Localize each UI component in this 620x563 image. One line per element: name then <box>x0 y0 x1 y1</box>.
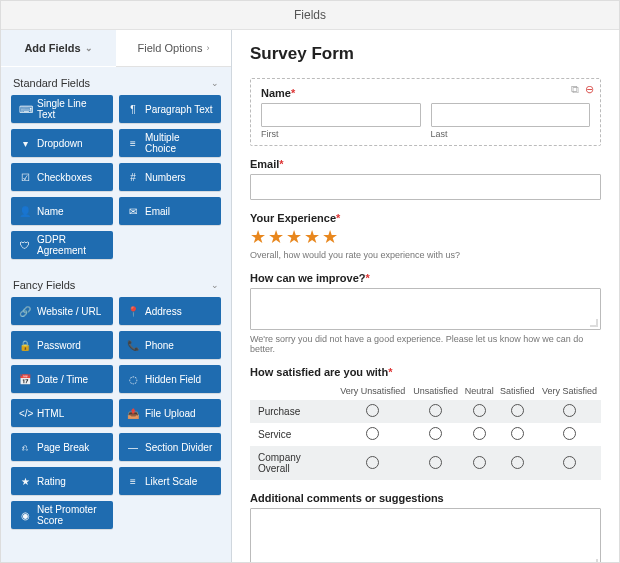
section-fancy-head[interactable]: Fancy Fields ⌄ <box>1 269 231 297</box>
likert-cell[interactable] <box>462 423 497 446</box>
radio-icon[interactable] <box>366 456 379 469</box>
field-label: Name <box>261 87 291 99</box>
field-hint: Overall, how would you rate you experien… <box>250 250 601 260</box>
radio-icon[interactable] <box>366 427 379 440</box>
field-type-button[interactable]: 📤File Upload <box>119 399 221 427</box>
field-type-button[interactable]: ≡Likert Scale <box>119 467 221 495</box>
likert-cell[interactable] <box>410 446 462 480</box>
likert-cell[interactable] <box>410 400 462 423</box>
field-type-label: Likert Scale <box>145 476 197 487</box>
field-type-button[interactable]: ★Rating <box>11 467 113 495</box>
field-email[interactable]: Email* <box>250 158 601 200</box>
duplicate-icon[interactable]: ⧉ <box>571 83 579 96</box>
radio-icon[interactable] <box>511 427 524 440</box>
chevron-down-icon: ⌄ <box>211 280 219 290</box>
first-name-input[interactable] <box>261 103 421 127</box>
star-icon[interactable]: ★ <box>322 228 338 246</box>
section-title: Standard Fields <box>13 77 90 89</box>
field-type-button[interactable]: </>HTML <box>11 399 113 427</box>
radio-icon[interactable] <box>429 404 442 417</box>
star-icon[interactable]: ★ <box>304 228 320 246</box>
radio-icon[interactable] <box>563 404 576 417</box>
likert-cell[interactable] <box>538 423 601 446</box>
radio-icon[interactable] <box>429 456 442 469</box>
fancy-fields-grid: 🔗Website / URL📍Address🔒Password📞Phone📅Da… <box>1 297 231 539</box>
radio-icon[interactable] <box>366 404 379 417</box>
field-type-button[interactable]: ◌Hidden Field <box>119 365 221 393</box>
rating-stars[interactable]: ★★★★★ <box>250 228 601 246</box>
likert-col-header: Very Unsatisfied <box>336 382 410 400</box>
field-type-button[interactable]: ▾Dropdown <box>11 129 113 157</box>
comments-textarea[interactable] <box>250 508 601 562</box>
likert-cell[interactable] <box>336 446 410 480</box>
likert-cell[interactable] <box>497 423 538 446</box>
field-type-button[interactable]: 🛡GDPR Agreement <box>11 231 113 259</box>
star-icon[interactable]: ★ <box>286 228 302 246</box>
likert-cell[interactable] <box>462 400 497 423</box>
field-type-label: Multiple Choice <box>145 132 213 154</box>
field-type-button[interactable]: ◉Net Promoter Score <box>11 501 113 529</box>
field-type-icon: ▾ <box>19 138 31 149</box>
likert-cell[interactable] <box>538 446 601 480</box>
star-icon[interactable]: ★ <box>268 228 284 246</box>
likert-cell[interactable] <box>336 400 410 423</box>
field-comments[interactable]: Additional comments or suggestions <box>250 492 601 562</box>
field-type-icon: ≡ <box>127 476 139 487</box>
field-type-button[interactable]: ⎌Page Break <box>11 433 113 461</box>
field-type-button[interactable]: ⌨Single Line Text <box>11 95 113 123</box>
field-type-icon: ⌨ <box>19 104 31 115</box>
star-icon[interactable]: ★ <box>250 228 266 246</box>
likert-cell[interactable] <box>462 446 497 480</box>
improve-textarea[interactable] <box>250 288 601 330</box>
radio-icon[interactable] <box>429 427 442 440</box>
radio-icon[interactable] <box>511 404 524 417</box>
tab-field-options[interactable]: Field Options › <box>116 30 231 67</box>
radio-icon[interactable] <box>473 427 486 440</box>
field-type-button[interactable]: 👤Name <box>11 197 113 225</box>
delete-icon[interactable]: ⊖ <box>585 83 594 96</box>
field-type-button[interactable]: ≡Multiple Choice <box>119 129 221 157</box>
radio-icon[interactable] <box>473 456 486 469</box>
likert-cell[interactable] <box>497 400 538 423</box>
likert-cell[interactable] <box>410 423 462 446</box>
field-type-label: Phone <box>145 340 174 351</box>
field-type-icon: 🛡 <box>19 240 31 251</box>
field-type-label: Website / URL <box>37 306 101 317</box>
field-type-button[interactable]: #Numbers <box>119 163 221 191</box>
field-type-button[interactable]: ✉Email <box>119 197 221 225</box>
chevron-down-icon: ⌄ <box>85 43 93 53</box>
field-type-button[interactable]: —Section Divider <box>119 433 221 461</box>
field-type-button[interactable]: 📞Phone <box>119 331 221 359</box>
field-type-button[interactable]: ¶Paragraph Text <box>119 95 221 123</box>
email-input[interactable] <box>250 174 601 200</box>
likert-cell[interactable] <box>336 423 410 446</box>
section-standard-head[interactable]: Standard Fields ⌄ <box>1 67 231 95</box>
field-type-button[interactable]: 🔒Password <box>11 331 113 359</box>
last-name-input[interactable] <box>431 103 591 127</box>
app-body: Add Fields ⌄ Field Options › Standard Fi… <box>1 30 619 562</box>
likert-cell[interactable] <box>497 446 538 480</box>
field-type-icon: 📅 <box>19 374 31 385</box>
field-name[interactable]: ⧉ ⊖ Name* First Last <box>250 78 601 146</box>
field-likert[interactable]: How satisfied are you with* Very Unsatis… <box>250 366 601 480</box>
tab-add-fields[interactable]: Add Fields ⌄ <box>1 30 116 66</box>
likert-cell[interactable] <box>538 400 601 423</box>
field-type-icon: ≡ <box>127 138 139 149</box>
radio-icon[interactable] <box>511 456 524 469</box>
field-improve[interactable]: How can we improve?* We're sorry you did… <box>250 272 601 354</box>
radio-icon[interactable] <box>473 404 486 417</box>
field-type-icon: ◉ <box>19 510 31 521</box>
field-type-icon: ✉ <box>127 206 139 217</box>
field-type-button[interactable]: ☑Checkboxes <box>11 163 113 191</box>
field-type-button[interactable]: 📍Address <box>119 297 221 325</box>
field-type-label: Address <box>145 306 182 317</box>
field-type-button[interactable]: 🔗Website / URL <box>11 297 113 325</box>
field-type-label: Net Promoter Score <box>37 504 105 526</box>
likert-col-header: Neutral <box>462 382 497 400</box>
field-type-button[interactable]: 📅Date / Time <box>11 365 113 393</box>
field-type-label: Paragraph Text <box>145 104 213 115</box>
radio-icon[interactable] <box>563 427 576 440</box>
radio-icon[interactable] <box>563 456 576 469</box>
likert-row-label: Service <box>250 423 336 446</box>
field-experience[interactable]: Your Experience* ★★★★★ Overall, how woul… <box>250 212 601 260</box>
